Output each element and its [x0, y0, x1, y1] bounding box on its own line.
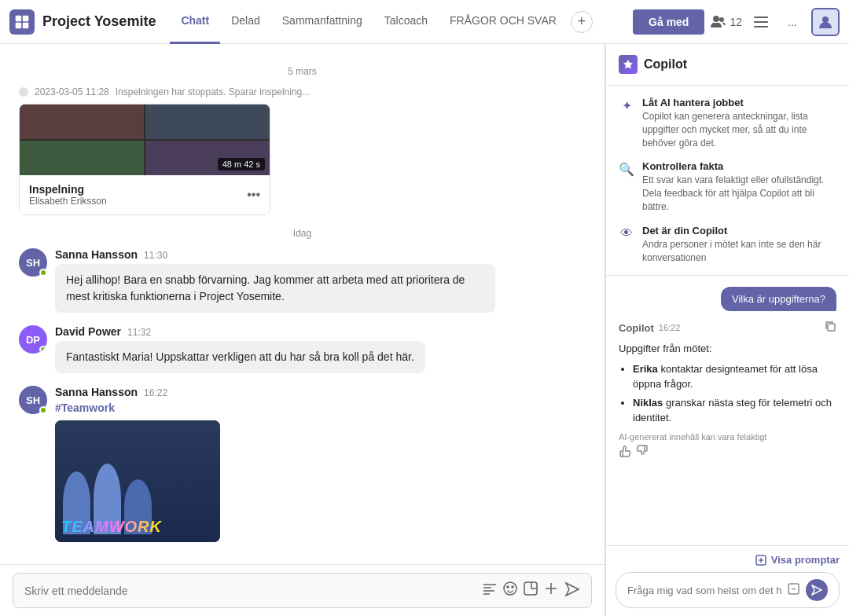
thumb-cell-2 [145, 104, 270, 139]
recording-details: Inspelning Elisabeth Eriksson [29, 183, 107, 207]
recording-title: Inspelning [29, 183, 107, 196]
tip-desc-1: Copilot kan generera anteckningar, lista… [642, 110, 836, 149]
svg-rect-3 [23, 22, 29, 28]
tip-content-1: Låt AI hantera jobbet Copilot kan genere… [642, 97, 836, 149]
copilot-input-box [616, 572, 840, 608]
user-avatar-button[interactable] [811, 8, 840, 36]
svg-rect-1 [23, 15, 29, 21]
recording-options-button[interactable]: ••• [247, 188, 260, 202]
sticker-icon[interactable] [524, 581, 538, 600]
people-count: 12 [711, 16, 742, 28]
copilot-response-header: Copilot 16:22 [619, 321, 836, 335]
recording-meta-text: Inspelningen har stoppats. Sparar inspel… [116, 86, 311, 97]
thumb-cell-3 [20, 141, 144, 175]
tip-content-3: Det är din Copilot Andra personer i möte… [642, 225, 836, 265]
copilot-tips: ✦ Låt AI hantera jobbet Copilot kan gene… [606, 86, 849, 276]
online-indicator [39, 269, 47, 277]
tab-fragor[interactable]: FRÅGOR OCH SVAR [439, 0, 568, 44]
tip-desc-2: Ett svar kan vara felaktigt eller ofulls… [642, 174, 836, 213]
sparkle-icon: ✦ [619, 98, 634, 113]
tab-sammanfattning[interactable]: Sammanfattning [271, 0, 373, 44]
message-meta-1: Sanna Hansson 11:30 [55, 248, 586, 261]
tip-title-1: Låt AI hantera jobbet [642, 97, 836, 108]
sender-name-2: David Power [55, 325, 121, 338]
chat-input-box [13, 573, 592, 608]
date-divider-today: Idag [19, 228, 586, 239]
message-text-2: Fantastiskt Maria! Uppskattar verkligen … [55, 341, 425, 373]
copilot-response-name: Copilot [619, 322, 654, 334]
message-content-3: Sanna Hansson 16:22 #Teamwork TEAMWORK [55, 386, 586, 542]
task-text-2: granskar nästa steg för telemetri och id… [633, 397, 832, 424]
recording-duration: 48 m 42 s [218, 158, 265, 170]
gif-text: TEAMWORK [61, 518, 162, 536]
tab-delad[interactable]: Delad [220, 0, 271, 44]
rec-dot-icon [19, 87, 28, 97]
tab-chatt[interactable]: Chatt [170, 0, 220, 44]
thumbs-down-button[interactable] [636, 445, 649, 460]
user-question-bubble: Vilka är uppgifterna? [721, 287, 836, 311]
avatar-sanna-1: SH [19, 248, 47, 277]
emoji-icon[interactable] [503, 581, 517, 600]
date-divider-old: 5 mars [19, 66, 586, 77]
recording-section: 2023-03-05 11:28 Inspelningen har stoppa… [19, 86, 586, 215]
message-group-1: SH Sanna Hansson 11:30 Hej allihop! Bara… [19, 248, 586, 313]
copilot-attach-icon[interactable] [788, 583, 799, 597]
view-prompts-button[interactable]: Visa promptar [616, 554, 840, 566]
task-person-2: Niklas [633, 397, 663, 409]
recording-thumbnail: 48 m 42 s [20, 104, 270, 175]
tip-title-2: Kontrollera fakta [642, 160, 836, 172]
copilot-input[interactable] [627, 585, 781, 596]
timestamp-3: 16:22 [144, 387, 167, 398]
online-indicator-david [39, 346, 47, 354]
copilot-send-button[interactable] [806, 579, 828, 601]
add-tab-button[interactable]: + [571, 11, 593, 33]
copilot-response: Copilot 16:22 Uppgifter från mötet: Erik… [619, 321, 836, 460]
feedback-buttons [619, 445, 836, 460]
topbar-right: Gå med 12 ... [633, 8, 840, 36]
svg-rect-0 [16, 15, 22, 21]
thumbs-up-button[interactable] [619, 445, 631, 460]
tip-item-3: 👁 Det är din Copilot Andra personer i mö… [619, 225, 836, 265]
svg-rect-18 [828, 324, 835, 331]
message-meta-2: David Power 11:32 [55, 325, 586, 338]
task-person-1: Erika [633, 363, 658, 375]
join-button[interactable]: Gå med [633, 9, 704, 35]
copilot-footer: Visa promptar [606, 545, 849, 616]
more-options-button[interactable]: ... [780, 9, 805, 35]
chat-input[interactable] [24, 585, 476, 597]
message-content-1: Sanna Hansson 11:30 Hej allihop! Bara en… [55, 248, 586, 313]
svg-rect-4 [754, 16, 768, 18]
hashtag-label: #Teamwork [55, 402, 586, 414]
recording-meta-time: 2023-03-05 11:28 [35, 86, 109, 97]
thumb-cell-1 [20, 104, 144, 139]
timestamp-2: 11:32 [127, 327, 151, 338]
nav-tabs: Chatt Delad Sammanfattning Talcoach FRÅG… [170, 0, 592, 44]
copilot-response-time: 16:22 [659, 323, 681, 332]
copy-response-button[interactable] [825, 321, 836, 335]
avatar-sanna-2: SH [19, 386, 47, 414]
sender-name-1: Sanna Hansson [55, 248, 138, 261]
recording-card[interactable]: 48 m 42 s Inspelning Elisabeth Eriksson … [19, 104, 270, 215]
attach-icon[interactable] [544, 581, 558, 600]
copilot-conversation: Vilka är uppgifterna? Copilot 16:22 Uppg… [606, 276, 849, 545]
copilot-logo-icon [619, 55, 638, 74]
ai-disclaimer: AI-genererat innehåll kan vara felaktigt [619, 432, 836, 442]
send-button[interactable] [564, 581, 580, 600]
tab-talcoach[interactable]: Talcoach [373, 0, 439, 44]
online-indicator-sanna2 [39, 406, 47, 414]
eye-icon: 👁 [619, 226, 634, 240]
tip-content-2: Kontrollera fakta Ett svar kan vara fela… [642, 160, 836, 213]
tip-item-1: ✦ Låt AI hantera jobbet Copilot kan gene… [619, 97, 836, 149]
message-content-2: David Power 11:32 Fantastiskt Maria! Upp… [55, 325, 586, 373]
copilot-header: Copilot [606, 44, 849, 86]
gif-card[interactable]: TEAMWORK [55, 420, 220, 542]
message-group-2: DP David Power 11:32 Fantastiskt Maria! … [19, 325, 586, 373]
message-text-1: Hej allihop! Bara en snabb förvarning. J… [55, 264, 495, 313]
format-icon[interactable] [483, 582, 497, 599]
recording-info: Inspelning Elisabeth Eriksson ••• [20, 175, 270, 214]
timestamp-1: 11:30 [144, 250, 167, 261]
sender-name-3: Sanna Hansson [55, 386, 138, 398]
people-count-label: 12 [730, 16, 742, 28]
list-icon[interactable] [748, 9, 774, 35]
chat-messages: 5 mars 2023-03-05 11:28 Inspelningen har… [0, 44, 605, 564]
